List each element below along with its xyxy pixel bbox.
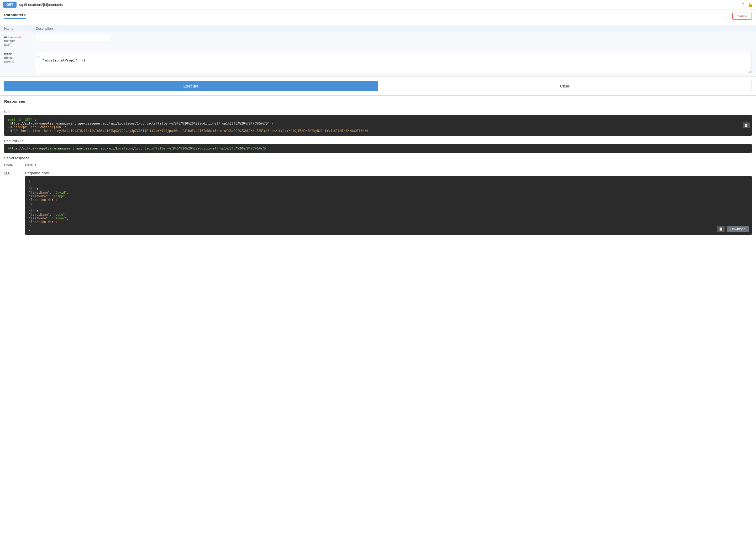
response-body-block: [ { "id": 1, "firstName": "David", "last… — [25, 176, 752, 235]
parameters-title: Parameters — [4, 13, 26, 19]
curl-copy-button[interactable]: 📋 — [743, 122, 750, 128]
curl-code-block: curl -X 'GET' \ 'https://sit-dmk-supplie… — [4, 115, 752, 136]
download-area: 📋 Download — [717, 226, 749, 232]
params-table-header: Name Description — [0, 25, 756, 32]
param-row-filter: filter object (query) { "additionalProp1… — [0, 49, 756, 77]
response-body-label: Response body — [25, 171, 752, 175]
execute-button[interactable]: Execute — [4, 81, 378, 91]
responses-section: Responses — [0, 96, 756, 110]
copy-response-button[interactable]: 📋 — [717, 226, 725, 232]
header-icons: ⌃ 🔒 — [742, 2, 753, 7]
filter-textarea[interactable]: { "additionalProp1": {} } — [36, 52, 752, 73]
endpoint-path: /api/Locations/{id}/contacts — [19, 3, 739, 7]
curl-label: Curl — [4, 110, 752, 114]
action-bar: Execute Clear — [0, 77, 756, 95]
param-meta-filter: filter object (query) — [4, 52, 36, 63]
responses-title: Responses — [4, 99, 752, 103]
col-code-header: Code — [4, 163, 25, 167]
request-url-section: Request URL https://sit-dmk-supplier-man… — [0, 139, 756, 156]
param-type-id: number — [4, 39, 36, 43]
method-badge: GET — [3, 2, 17, 8]
response-table-header: Code Details — [4, 161, 752, 169]
curl-text: curl -X 'GET' \ 'https://sit-dmk-supplie… — [8, 118, 376, 133]
header-bar: GET /api/Locations/{id}/contacts ⌃ 🔒 — [0, 0, 756, 9]
response-body-text: [ { "id": 1, "firstName": "David", "last… — [29, 180, 69, 231]
param-input-wrap-filter: { "additionalProp1": {} } — [36, 52, 752, 74]
lock-button[interactable]: 🔒 — [748, 2, 753, 7]
param-row-id: id * required number (path) — [0, 32, 756, 49]
response-code-200: 200 — [4, 171, 25, 175]
server-response-section: Server response Code Details 200 Respons… — [0, 156, 756, 240]
col-desc-header: Description — [36, 27, 752, 30]
parameters-section: Cancel Parameters — [0, 9, 756, 25]
request-url-block: https://sit-dmk-supplier-management.apex… — [4, 144, 752, 153]
col-name-header: Name — [4, 27, 36, 30]
param-path-filter: (query) — [4, 60, 36, 63]
id-input[interactable] — [36, 35, 109, 43]
response-row-200: 200 Response body [ { "id": 1, "firstNam… — [4, 169, 752, 237]
download-button[interactable]: Download — [727, 226, 749, 232]
server-response-label: Server response — [4, 156, 752, 160]
param-path-id: (path) — [4, 43, 36, 46]
required-badge-id: * required — [8, 36, 21, 39]
param-type-filter: object — [4, 56, 36, 60]
cancel-button[interactable]: Cancel — [732, 13, 752, 20]
clear-button[interactable]: Clear — [378, 81, 752, 91]
param-name-id: id * required — [4, 35, 36, 39]
param-meta-id: id * required number (path) — [4, 35, 36, 46]
curl-section: Curl curl -X 'GET' \ 'https://sit-dmk-su… — [0, 110, 756, 139]
response-details-200: Response body [ { "id": 1, "firstName": … — [25, 171, 752, 235]
collapse-button[interactable]: ⌃ — [742, 2, 745, 7]
request-url-label: Request URL — [4, 139, 752, 143]
col-details-header: Details — [25, 163, 752, 167]
param-input-wrap-id — [36, 35, 752, 43]
param-name-filter: filter — [4, 52, 36, 56]
